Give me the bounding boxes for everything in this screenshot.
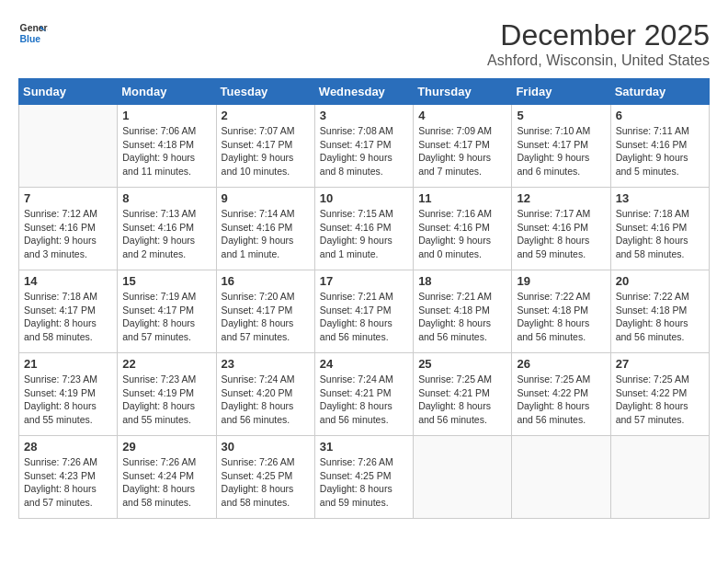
day-info: Sunrise: 7:25 AM Sunset: 4:22 PM Dayligh…: [616, 373, 704, 427]
calendar-cell: 25Sunrise: 7:25 AM Sunset: 4:21 PM Dayli…: [414, 353, 512, 436]
day-number: 1: [122, 109, 210, 122]
day-number: 23: [222, 357, 310, 371]
day-info: Sunrise: 7:25 AM Sunset: 4:21 PM Dayligh…: [418, 373, 506, 427]
header-tuesday: Tuesday: [216, 79, 314, 105]
day-number: 12: [517, 191, 605, 205]
day-number: 30: [222, 440, 310, 454]
day-info: Sunrise: 7:23 AM Sunset: 4:19 PM Dayligh…: [24, 373, 112, 427]
day-number: 10: [320, 191, 408, 205]
calendar-cell: 5Sunrise: 7:10 AM Sunset: 4:17 PM Daylig…: [512, 105, 610, 188]
day-info: Sunrise: 7:10 AM Sunset: 4:17 PM Dayligh…: [517, 124, 605, 178]
calendar-cell: 16Sunrise: 7:20 AM Sunset: 4:17 PM Dayli…: [216, 270, 314, 353]
calendar-cell: 9Sunrise: 7:14 AM Sunset: 4:16 PM Daylig…: [216, 188, 314, 270]
calendar-cell: [610, 436, 709, 519]
day-info: Sunrise: 7:22 AM Sunset: 4:18 PM Dayligh…: [517, 290, 605, 344]
logo-icon: General Blue: [18, 18, 48, 48]
calendar-cell: 20Sunrise: 7:22 AM Sunset: 4:18 PM Dayli…: [610, 270, 709, 353]
day-number: 27: [616, 357, 704, 371]
calendar-cell: 29Sunrise: 7:26 AM Sunset: 4:24 PM Dayli…: [118, 436, 216, 519]
day-number: 28: [24, 440, 112, 454]
day-number: 11: [418, 191, 506, 205]
day-number: 22: [122, 357, 210, 371]
calendar-cell: [19, 105, 118, 188]
calendar-cell: 22Sunrise: 7:23 AM Sunset: 4:19 PM Dayli…: [118, 353, 216, 436]
calendar-cell: [414, 436, 512, 519]
day-number: 31: [320, 440, 408, 454]
day-number: 7: [24, 191, 112, 205]
day-number: 16: [222, 274, 310, 288]
day-info: Sunrise: 7:20 AM Sunset: 4:17 PM Dayligh…: [222, 290, 310, 344]
calendar-cell: 30Sunrise: 7:26 AM Sunset: 4:25 PM Dayli…: [216, 436, 314, 519]
logo: General Blue: [18, 18, 48, 48]
page-header: General Blue December 2025 Ashford, Wisc…: [18, 18, 710, 69]
day-info: Sunrise: 7:19 AM Sunset: 4:17 PM Dayligh…: [122, 290, 210, 344]
svg-text:Blue: Blue: [20, 34, 41, 44]
calendar-title: December 2025: [487, 18, 710, 52]
calendar-subtitle: Ashford, Wisconsin, United States: [487, 52, 710, 69]
calendar-cell: 8Sunrise: 7:13 AM Sunset: 4:16 PM Daylig…: [118, 188, 216, 270]
day-number: 14: [24, 274, 112, 288]
day-info: Sunrise: 7:17 AM Sunset: 4:16 PM Dayligh…: [517, 207, 605, 261]
day-number: 17: [320, 274, 408, 288]
calendar-cell: 4Sunrise: 7:09 AM Sunset: 4:17 PM Daylig…: [414, 105, 512, 188]
day-number: 20: [616, 274, 704, 288]
day-info: Sunrise: 7:18 AM Sunset: 4:16 PM Dayligh…: [616, 207, 704, 261]
calendar-cell: 10Sunrise: 7:15 AM Sunset: 4:16 PM Dayli…: [314, 188, 413, 270]
title-area: December 2025 Ashford, Wisconsin, United…: [487, 18, 710, 69]
calendar-cell: 17Sunrise: 7:21 AM Sunset: 4:17 PM Dayli…: [314, 270, 413, 353]
week-row-1: 7Sunrise: 7:12 AM Sunset: 4:16 PM Daylig…: [19, 188, 710, 270]
day-info: Sunrise: 7:26 AM Sunset: 4:25 PM Dayligh…: [320, 455, 408, 510]
day-number: 2: [222, 109, 310, 122]
day-number: 4: [418, 109, 506, 122]
day-number: 9: [222, 191, 310, 205]
header-monday: Monday: [118, 79, 216, 105]
day-info: Sunrise: 7:21 AM Sunset: 4:18 PM Dayligh…: [418, 290, 506, 344]
day-number: 8: [122, 191, 210, 205]
day-number: 13: [616, 191, 704, 205]
calendar-cell: 23Sunrise: 7:24 AM Sunset: 4:20 PM Dayli…: [216, 353, 314, 436]
calendar-cell: 15Sunrise: 7:19 AM Sunset: 4:17 PM Dayli…: [118, 270, 216, 353]
day-info: Sunrise: 7:14 AM Sunset: 4:16 PM Dayligh…: [222, 207, 310, 261]
calendar-cell: 13Sunrise: 7:18 AM Sunset: 4:16 PM Dayli…: [610, 188, 709, 270]
calendar-cell: 19Sunrise: 7:22 AM Sunset: 4:18 PM Dayli…: [512, 270, 610, 353]
day-info: Sunrise: 7:25 AM Sunset: 4:22 PM Dayligh…: [517, 373, 605, 427]
calendar-cell: 11Sunrise: 7:16 AM Sunset: 4:16 PM Dayli…: [414, 188, 512, 270]
week-row-4: 28Sunrise: 7:26 AM Sunset: 4:23 PM Dayli…: [19, 436, 710, 519]
day-info: Sunrise: 7:26 AM Sunset: 4:23 PM Dayligh…: [24, 455, 112, 510]
day-info: Sunrise: 7:12 AM Sunset: 4:16 PM Dayligh…: [24, 207, 112, 261]
calendar-cell: 28Sunrise: 7:26 AM Sunset: 4:23 PM Dayli…: [19, 436, 118, 519]
header-friday: Friday: [512, 79, 610, 105]
day-number: 18: [418, 274, 506, 288]
calendar-cell: 14Sunrise: 7:18 AM Sunset: 4:17 PM Dayli…: [19, 270, 118, 353]
calendar-cell: 12Sunrise: 7:17 AM Sunset: 4:16 PM Dayli…: [512, 188, 610, 270]
day-info: Sunrise: 7:07 AM Sunset: 4:17 PM Dayligh…: [222, 124, 310, 178]
day-info: Sunrise: 7:16 AM Sunset: 4:16 PM Dayligh…: [418, 207, 506, 261]
week-row-3: 21Sunrise: 7:23 AM Sunset: 4:19 PM Dayli…: [19, 353, 710, 436]
day-number: 26: [517, 357, 605, 371]
header-thursday: Thursday: [414, 79, 512, 105]
calendar-cell: [512, 436, 610, 519]
header-wednesday: Wednesday: [314, 79, 413, 105]
day-info: Sunrise: 7:13 AM Sunset: 4:16 PM Dayligh…: [122, 207, 210, 261]
day-number: 5: [517, 109, 605, 122]
calendar-cell: 1Sunrise: 7:06 AM Sunset: 4:18 PM Daylig…: [118, 105, 216, 188]
header-sunday: Sunday: [19, 79, 118, 105]
week-row-2: 14Sunrise: 7:18 AM Sunset: 4:17 PM Dayli…: [19, 270, 710, 353]
day-info: Sunrise: 7:23 AM Sunset: 4:19 PM Dayligh…: [122, 373, 210, 427]
day-info: Sunrise: 7:09 AM Sunset: 4:17 PM Dayligh…: [418, 124, 506, 178]
day-number: 21: [24, 357, 112, 371]
calendar-cell: 7Sunrise: 7:12 AM Sunset: 4:16 PM Daylig…: [19, 188, 118, 270]
day-info: Sunrise: 7:26 AM Sunset: 4:25 PM Dayligh…: [222, 455, 310, 510]
day-info: Sunrise: 7:21 AM Sunset: 4:17 PM Dayligh…: [320, 290, 408, 344]
calendar-cell: 2Sunrise: 7:07 AM Sunset: 4:17 PM Daylig…: [216, 105, 314, 188]
day-info: Sunrise: 7:24 AM Sunset: 4:20 PM Dayligh…: [222, 373, 310, 427]
day-info: Sunrise: 7:26 AM Sunset: 4:24 PM Dayligh…: [122, 455, 210, 510]
calendar-cell: 6Sunrise: 7:11 AM Sunset: 4:16 PM Daylig…: [610, 105, 709, 188]
day-number: 19: [517, 274, 605, 288]
calendar-table: SundayMondayTuesdayWednesdayThursdayFrid…: [18, 78, 710, 519]
calendar-cell: 31Sunrise: 7:26 AM Sunset: 4:25 PM Dayli…: [314, 436, 413, 519]
day-number: 3: [320, 109, 408, 122]
day-number: 15: [122, 274, 210, 288]
calendar-cell: 3Sunrise: 7:08 AM Sunset: 4:17 PM Daylig…: [314, 105, 413, 188]
day-info: Sunrise: 7:24 AM Sunset: 4:21 PM Dayligh…: [320, 373, 408, 427]
